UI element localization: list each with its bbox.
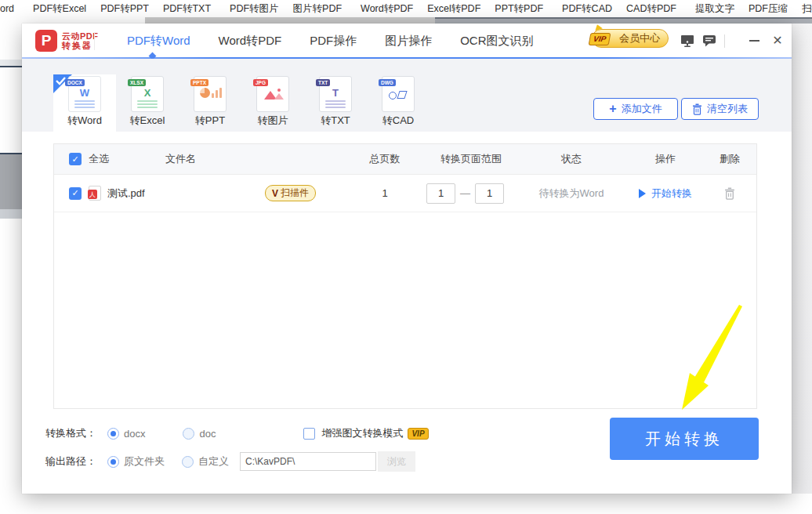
column-filename: 文件名	[165, 144, 196, 174]
select-all-label: 全选	[89, 144, 109, 174]
tab-image-operations[interactable]: 图片操作	[385, 34, 432, 49]
plus-icon: +	[609, 103, 616, 114]
range-to-input[interactable]	[475, 183, 504, 204]
table-row: ✓ 人 测试.pdf V扫描件 1 — 待转换为Word 开始转换	[54, 175, 756, 212]
close-button[interactable]: ✕	[768, 31, 787, 49]
format-card-image[interactable]: JPG 转图片	[241, 74, 304, 132]
trash-icon	[724, 187, 735, 200]
top-menu-bar: ord PDF转Excel PDF转PPT PDF转TXT PDF转图片 图片转…	[0, 0, 812, 17]
top-menu-item[interactable]: PDF转PPT	[93, 2, 156, 16]
divider	[94, 32, 95, 50]
txt-glyph: T	[320, 87, 351, 99]
format-card-label: 转图片	[241, 114, 304, 128]
word-glyph: W	[69, 87, 100, 99]
format-card-label: 转Excel	[116, 114, 179, 128]
top-menu-item[interactable]: 扫描件	[795, 2, 812, 16]
range-from-input[interactable]	[426, 183, 455, 204]
ppt-doc-icon: PPTX	[194, 76, 227, 112]
radio-custom-label[interactable]: 自定义	[198, 454, 229, 469]
top-menu-item[interactable]: PDF转TXT	[156, 2, 218, 16]
screen: ord PDF转Excel PDF转PPT PDF转TXT PDF转图片 图片转…	[0, 0, 812, 514]
vip-center-label: 会员中心	[619, 31, 660, 45]
image-doc-icon: JPG	[256, 76, 289, 112]
vip-center-button[interactable]: VIP 会员中心	[592, 29, 669, 48]
format-card-cad[interactable]: DWG 转CAD	[367, 74, 430, 132]
format-bar: DOCX W 转Word XLSX X 转Excel PPTX	[22, 59, 792, 132]
top-menu-item[interactable]: ord	[0, 3, 21, 14]
cad-shapes-icon	[382, 89, 414, 103]
format-card-label: 转CAD	[367, 114, 430, 128]
radio-custom[interactable]	[182, 456, 194, 468]
format-card-txt[interactable]: TXT T 转TXT	[304, 74, 367, 132]
top-menu-item[interactable]: PDF压缩	[741, 2, 795, 16]
radio-doc[interactable]	[183, 428, 194, 440]
row-checkbox[interactable]: ✓	[69, 175, 82, 212]
file-name: 测试.pdf	[107, 175, 145, 212]
app-window: P 云动PDF 转换器 PDF转Word Word转PDF PDF操作 图片操作…	[22, 24, 792, 494]
delete-file-button[interactable]	[706, 175, 753, 212]
background-fragment	[0, 60, 22, 66]
file-list-header: ✓ 全选 文件名 总页数 转换页面范围 状态 操作 删除	[54, 144, 756, 175]
txt-doc-icon: TXT T	[319, 76, 352, 112]
background-fragment	[0, 154, 22, 209]
radio-docx[interactable]	[107, 428, 119, 440]
file-list: ✓ 全选 文件名 总页数 转换页面范围 状态 操作 删除 ✓ 人 测试.pdf …	[53, 143, 757, 409]
xlsx-badge: XLSX	[128, 79, 146, 86]
feedback-icon[interactable]	[702, 34, 716, 51]
radio-doc-label[interactable]: doc	[199, 428, 216, 440]
format-card-excel[interactable]: XLSX X 转Excel	[116, 74, 179, 132]
docx-badge: DOCX	[65, 79, 85, 86]
vip-v-icon: V	[272, 188, 278, 199]
format-card-word[interactable]: DOCX W 转Word	[53, 74, 116, 132]
format-card-ppt[interactable]: PPTX 转PPT	[179, 74, 241, 132]
tab-ocr[interactable]: OCR图文识别	[460, 34, 533, 49]
titlebar: P 云动PDF 转换器 PDF转Word Word转PDF PDF操作 图片操作…	[22, 24, 792, 59]
add-file-button[interactable]: + 添加文件	[593, 98, 678, 120]
excel-glyph: X	[132, 87, 163, 99]
pdf-file-icon: 人	[89, 175, 101, 212]
background-fragment	[0, 209, 22, 219]
start-convert-link[interactable]: 开始转换	[618, 175, 712, 212]
checkbox-checked-icon: ✓	[69, 187, 82, 200]
main-tabs: PDF转Word Word转PDF PDF操作 图片操作 OCR图文识别	[116, 24, 534, 59]
radio-source-folder-label[interactable]: 原文件夹	[124, 454, 165, 469]
top-menu-item[interactable]: Word转PDF	[353, 2, 420, 16]
start-convert-button[interactable]: 开始转换	[610, 418, 759, 460]
vip-icon: VIP	[589, 33, 611, 45]
top-menu-item[interactable]: PDF转Excel	[26, 2, 93, 16]
format-card-label: 转Word	[53, 114, 116, 128]
top-menu-item[interactable]: CAD转PDF	[619, 2, 683, 16]
enhance-mode-label: 增强图文转换模式	[321, 426, 403, 440]
browse-button[interactable]: 浏览	[378, 451, 415, 472]
enhance-mode-checkbox[interactable]	[303, 428, 315, 440]
background-fragment	[792, 24, 812, 494]
format-card-label: 转TXT	[304, 114, 367, 128]
top-menu-item[interactable]: 提取文字	[688, 2, 741, 16]
clear-list-label: 清空列表	[707, 102, 748, 116]
output-path-input[interactable]	[240, 452, 376, 471]
jpg-badge: JPG	[253, 79, 268, 86]
select-all-checkbox[interactable]: ✓	[69, 144, 82, 174]
column-pages: 总页数	[360, 144, 410, 174]
top-menu-item[interactable]: PPT转PDF	[488, 2, 550, 16]
column-delete: 删除	[706, 144, 753, 174]
radio-docx-label[interactable]: docx	[124, 428, 145, 440]
top-menu-item[interactable]: PDF转图片	[223, 2, 286, 16]
output-path-row: 输出路径： 原文件夹 自定义 浏览	[45, 451, 415, 472]
tab-word-to-pdf[interactable]: Word转PDF	[219, 34, 282, 49]
minimize-button[interactable]	[745, 31, 763, 50]
top-menu-item[interactable]: Excel转PDF	[420, 2, 488, 16]
monitor-icon[interactable]	[680, 34, 694, 51]
tab-pdf-to-word[interactable]: PDF转Word	[127, 34, 190, 49]
status-text: 待转换为Word	[524, 175, 618, 212]
tab-pdf-operations[interactable]: PDF操作	[310, 34, 357, 49]
format-card-label: 转PPT	[179, 114, 241, 128]
brand-text: 云动PDF 转换器	[62, 31, 99, 50]
radio-source-folder[interactable]	[107, 456, 119, 468]
format-label: 转换格式：	[45, 426, 96, 440]
top-menu-item[interactable]: 图片转PDF	[286, 2, 350, 16]
mountain-image-icon	[257, 89, 288, 101]
clear-list-button[interactable]: 清空列表	[681, 98, 759, 120]
top-menu-item[interactable]: PDF转CAD	[555, 2, 619, 16]
brand-line2: 转换器	[62, 41, 99, 50]
